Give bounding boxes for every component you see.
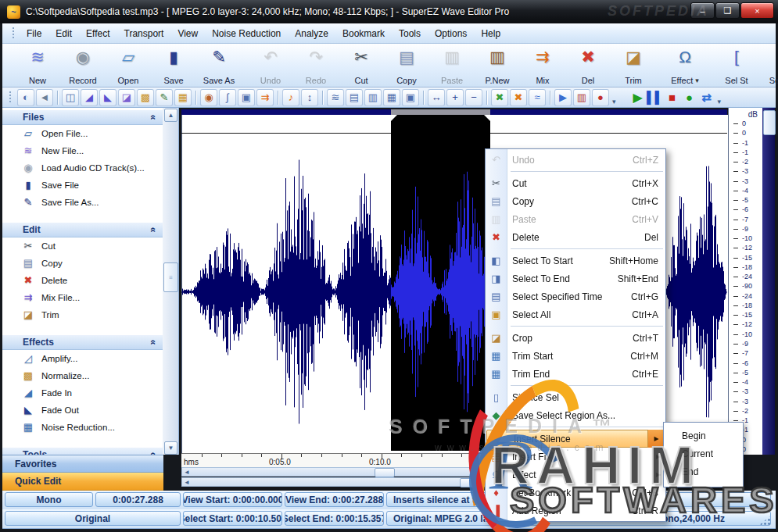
- context-item-select-specified-time[interactable]: ▤Select Specified TimeCtrl+G: [486, 287, 665, 305]
- quick-edit-band[interactable]: Quick Edit: [2, 473, 163, 491]
- context-item-add-region[interactable]: ▐Add RegionCtrl+R: [486, 502, 665, 520]
- minimize-button[interactable]: –: [690, 2, 715, 19]
- favorites-band[interactable]: Favorites: [2, 455, 163, 473]
- image-view-icon[interactable]: ▣: [238, 89, 255, 106]
- context-item-select-to-start[interactable]: ◧Select To StartShift+Home: [486, 252, 665, 270]
- sidebar-item-fade-out[interactable]: ◣Fade Out: [2, 402, 163, 419]
- pitch-zoom-icon[interactable]: ♪: [282, 89, 299, 106]
- hscroll1-thumb[interactable]: [375, 468, 395, 477]
- scroll-up-arrow[interactable]: ▲: [164, 109, 177, 122]
- media-player-icon[interactable]: ▶: [554, 89, 572, 106]
- context-item-trim-start[interactable]: ▦Trim StartCtrl+M: [486, 347, 665, 365]
- toolbar-cut[interactable]: ✂Cut: [339, 44, 384, 87]
- context-item-cut[interactable]: ✂CutCtrl+X: [486, 174, 665, 192]
- level-meter-icon[interactable]: ◫: [62, 89, 79, 106]
- context-item-effect[interactable]: ΩEffect▶: [486, 466, 665, 484]
- tape-disabled-icon[interactable]: ▥: [573, 89, 590, 106]
- sidebar-item-trim[interactable]: ◪Trim: [2, 306, 163, 323]
- toolbar-mix[interactable]: ⇉Mix: [520, 44, 565, 87]
- monitor-volume-icon[interactable]: ◄: [36, 89, 53, 106]
- context-item-set-bookmark[interactable]: ♦Set BookmarkCtrl+B: [486, 484, 665, 502]
- toolbar-record[interactable]: ◉Record: [60, 44, 106, 87]
- section-header-effects[interactable]: Effects«: [2, 334, 163, 350]
- context-item-select-all[interactable]: ▣Select AllCtrl+A: [486, 305, 665, 323]
- submenu-item-end[interactable]: End: [664, 462, 743, 480]
- zoom-in-icon[interactable]: +: [446, 89, 464, 106]
- spectrum-icon[interactable]: ▦: [174, 89, 192, 106]
- convert-a-icon[interactable]: ✖: [491, 89, 508, 106]
- play-all-button[interactable]: ●: [682, 90, 697, 105]
- toolbar-new[interactable]: ≋New: [15, 44, 60, 87]
- scroll-left-arrow[interactable]: ◄: [182, 468, 192, 476]
- dropdown-arrow-icon[interactable]: ▾: [695, 77, 699, 84]
- small-toolbar-grip[interactable]: [9, 91, 12, 105]
- sidebar-item-noise-reduction[interactable]: ▦Noise Reduction...: [2, 419, 163, 436]
- sidebar-item-delete[interactable]: ✖Delete: [2, 272, 163, 289]
- speech-disabled-icon[interactable]: ●: [592, 89, 609, 106]
- toolbar-sel-ed[interactable]: ]Sel Ed: [759, 44, 778, 87]
- context-item-save-select-region-as[interactable]: ◆Save Select Region As...: [486, 406, 665, 424]
- sidebar-item-normalize[interactable]: ▩Normalize...: [2, 367, 163, 384]
- toolbar-del[interactable]: ✖Del: [565, 44, 611, 87]
- sidebar-item-save-file[interactable]: ▮Save File: [2, 177, 163, 194]
- curve-edit-icon[interactable]: ∫: [219, 89, 236, 106]
- context-item-delete[interactable]: ✖DeleteDel: [486, 228, 665, 246]
- normalize-icon[interactable]: ▩: [137, 89, 154, 106]
- context-item-crop[interactable]: ◪CropCtrl+T: [486, 329, 665, 347]
- title-bar[interactable]: ~ C:\Softpedia\Softpedia test.mp3 - [ MP…: [0, 0, 778, 23]
- toolbar-p-new[interactable]: ▥P.New: [475, 44, 520, 87]
- context-item-select-to-end[interactable]: ◨Select To EndShift+End: [486, 270, 665, 287]
- menu-file[interactable]: File: [20, 26, 48, 41]
- pause-button[interactable]: ▌▌: [647, 90, 663, 105]
- stats-c-icon[interactable]: ▦: [383, 89, 400, 106]
- stats-b-icon[interactable]: ▥: [364, 89, 382, 106]
- stats-a-icon[interactable]: ▤: [346, 89, 363, 106]
- collapse-chevron-icon[interactable]: «: [149, 227, 160, 233]
- context-item-trim-end[interactable]: ▦Trim EndCtrl+E: [486, 365, 665, 383]
- sidebar-item-cut[interactable]: ✂Cut: [2, 237, 163, 255]
- menubar-grip[interactable]: [12, 27, 15, 41]
- submenu-item-begin[interactable]: Begin: [664, 427, 743, 445]
- close-button[interactable]: ×: [740, 2, 774, 19]
- scroll-left-arrow[interactable]: ◄: [182, 478, 192, 486]
- sidebar-item-new-file[interactable]: ≋New File...: [2, 142, 163, 159]
- context-item-copy[interactable]: ▤CopyCtrl+C: [486, 192, 665, 210]
- fade-in-icon[interactable]: ◢: [81, 89, 98, 106]
- collapse-chevron-icon[interactable]: «: [149, 340, 160, 345]
- loop-button[interactable]: ⇄: [699, 90, 715, 105]
- context-item-insert-silence[interactable]: ♪Insert Silence▶: [486, 430, 665, 448]
- vertical-scrollbar[interactable]: [762, 108, 775, 455]
- selection-end-marker[interactable]: [484, 115, 490, 121]
- toolbar-open[interactable]: ▱Open: [106, 44, 151, 87]
- section-header-edit[interactable]: Edit«: [2, 222, 163, 237]
- context-item-insert-file[interactable]: ▤Insert File▶: [486, 448, 665, 466]
- envelope-edit-icon[interactable]: ✎: [156, 89, 173, 106]
- collapse-chevron-icon[interactable]: «: [149, 115, 160, 120]
- section-header-tools[interactable]: Tools«: [2, 447, 163, 455]
- selection-start-marker[interactable]: [391, 115, 397, 121]
- menu-edit[interactable]: Edit: [48, 26, 79, 41]
- sidebar-item-amplify[interactable]: ◿Amplify...: [2, 350, 163, 367]
- insert-arrow-icon[interactable]: ⇉: [256, 89, 274, 106]
- sidebar-item-save-file-as[interactable]: ✎Save File As...: [2, 194, 163, 211]
- menu-view[interactable]: View: [170, 26, 205, 41]
- toolbar-trim[interactable]: ◪Trim: [611, 44, 656, 87]
- menu-transport[interactable]: Transport: [117, 26, 171, 41]
- fade-out-icon[interactable]: ◣: [99, 89, 117, 106]
- toolbar-save-as[interactable]: ✎Save As: [196, 44, 242, 87]
- scroll-thumb[interactable]: ≡: [163, 262, 178, 292]
- menu-tools[interactable]: Tools: [392, 26, 428, 41]
- sidebar-item-load-audio-cd-track-s[interactable]: ◉Load Audio CD Track(s)...: [2, 159, 163, 177]
- sidebar-item-open-file[interactable]: ▱Open File...: [2, 125, 163, 142]
- sidebar-item-mix-file[interactable]: ⇉Mix File...: [2, 289, 163, 306]
- menu-options[interactable]: Options: [428, 26, 474, 41]
- context-item-silence-sel[interactable]: ▯Silence Sel: [486, 388, 665, 406]
- toolbar-overflow-icon[interactable]: ▾: [610, 98, 618, 107]
- sidebar-item-fade-in[interactable]: ◢Fade In: [2, 384, 163, 402]
- zoom-selection-icon[interactable]: ↔: [428, 89, 445, 106]
- sidebar-item-copy[interactable]: ▤Copy: [2, 255, 163, 272]
- scroll-down-arrow[interactable]: ▼: [164, 441, 177, 455]
- pitch-wave-icon[interactable]: ≋: [327, 89, 344, 106]
- toolbar-overflow-icon[interactable]: ▾: [715, 98, 724, 107]
- section-header-files[interactable]: Files«: [2, 109, 163, 125]
